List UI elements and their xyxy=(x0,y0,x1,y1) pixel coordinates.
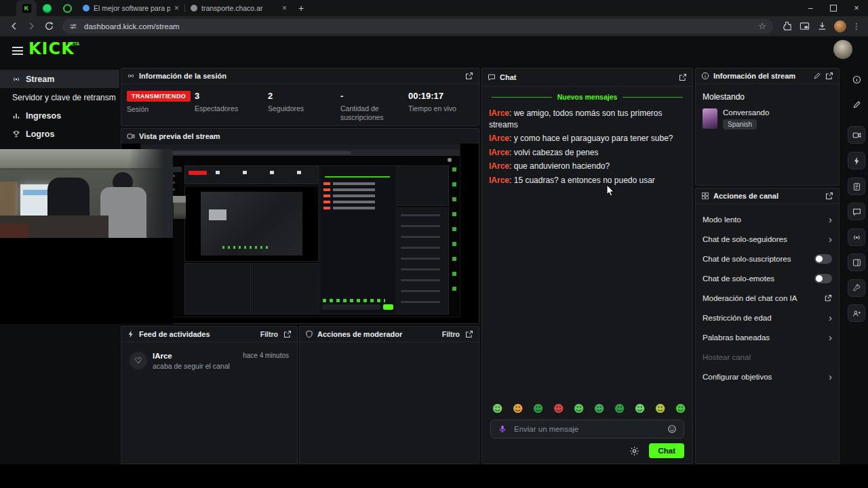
bookmark-star-icon[interactable]: ☆ xyxy=(758,21,766,31)
emote-icon[interactable]: ☻ xyxy=(675,403,686,415)
reload-icon[interactable] xyxy=(41,18,57,35)
mini-info-panel xyxy=(397,165,449,206)
chat-input[interactable] xyxy=(513,424,662,434)
media-controls-icon[interactable] xyxy=(796,18,812,35)
edit-icon[interactable] xyxy=(848,96,865,113)
action-solo-seguidores[interactable]: Chat de solo-seguidores› xyxy=(696,229,839,249)
menu-kebab-icon[interactable]: ⋮ xyxy=(850,22,863,31)
minimize-button[interactable]: – xyxy=(799,0,822,16)
whatsapp-pinned-tab[interactable] xyxy=(57,0,77,16)
profile-avatar[interactable] xyxy=(834,20,846,33)
emote-icon[interactable]: ☻ xyxy=(573,403,585,415)
sidebar-item-logros[interactable]: Logros xyxy=(0,125,119,143)
action-solo-emotes[interactable]: Chat de solo-emotes xyxy=(696,268,839,288)
address-bar[interactable]: ☆ xyxy=(62,19,773,34)
new-tab-button[interactable]: + xyxy=(292,3,310,14)
action-configurar-objetivos[interactable]: Configurar objetivos› xyxy=(696,367,839,386)
info-icon[interactable] xyxy=(848,70,865,88)
popout-icon[interactable] xyxy=(825,72,833,80)
spotify-pinned-tab[interactable] xyxy=(37,0,57,16)
tab-close-icon[interactable]: × xyxy=(174,4,179,12)
browser-tab-1[interactable]: El mejor software para potencia × xyxy=(77,0,184,16)
chat-username[interactable]: lArce xyxy=(489,161,509,171)
preview-video-area[interactable] xyxy=(121,144,479,323)
hamburger-menu-icon[interactable] xyxy=(12,47,23,55)
chat-username[interactable]: lArce xyxy=(489,134,509,143)
chat-username[interactable]: lArce xyxy=(489,108,509,118)
chat-text: y como hace el paraguayo para tener sube… xyxy=(514,134,673,143)
popout-icon[interactable] xyxy=(825,192,833,200)
browser-tabstrip: K El mejor software para potencia × tran… xyxy=(0,0,868,16)
moderator-filter-button[interactable]: Filtro xyxy=(442,330,460,338)
action-palabras-baneadas[interactable]: Palabras baneadas› xyxy=(696,327,839,347)
stat-tiempo: 00:19:17 Tiempo en vivo xyxy=(408,91,456,122)
action-modo-lento[interactable]: Modo lento› xyxy=(696,209,839,229)
beta-badge: BETA xyxy=(68,41,79,46)
mini-emote-row xyxy=(323,299,385,302)
toggle-off[interactable] xyxy=(814,254,832,264)
chat-title: Chat xyxy=(500,73,516,81)
popout-icon[interactable] xyxy=(283,330,292,338)
action-moderacion-ia[interactable]: Moderación del chat con IA xyxy=(696,288,839,308)
category-row[interactable]: Conversando Spanish xyxy=(696,102,839,129)
popout-icon[interactable] xyxy=(465,72,473,80)
popout-icon[interactable] xyxy=(679,73,687,81)
live-badge: TRANSMITIENDO xyxy=(127,91,191,102)
mini-omnibox xyxy=(161,151,351,155)
webcam-pip-overlay[interactable] xyxy=(0,149,173,324)
emote-icon[interactable]: ☻ xyxy=(654,403,666,415)
layout-icon[interactable] xyxy=(848,253,865,271)
sidebar-item-server-key[interactable]: Servidor y clave de retransm xyxy=(0,88,119,106)
emote-icon[interactable]: ☻ xyxy=(492,403,503,415)
activity-log-icon[interactable] xyxy=(848,178,865,195)
emote-icon[interactable]: ☻ xyxy=(512,403,524,415)
emoji-picker-icon[interactable] xyxy=(667,424,677,434)
quick-actions-icon[interactable] xyxy=(848,152,865,169)
tools-icon[interactable] xyxy=(848,279,865,297)
close-button[interactable]: × xyxy=(845,0,868,16)
emote-icon[interactable]: ☻ xyxy=(593,403,605,415)
action-solo-suscriptores[interactable]: Chat de solo-suscriptores xyxy=(696,249,839,268)
chat-icon[interactable] xyxy=(848,203,865,220)
stream-title: Molestando xyxy=(696,84,839,102)
emote-icon[interactable]: ☻ xyxy=(532,403,544,415)
sidebar-item-ingresos[interactable]: Ingresos xyxy=(0,106,119,125)
go-live-icon[interactable] xyxy=(848,228,865,246)
feed-filter-button[interactable]: Filtro xyxy=(260,330,278,338)
url-input[interactable] xyxy=(83,22,753,31)
webcam-side-screen xyxy=(0,182,18,216)
action-label: Configurar objetivos xyxy=(703,373,829,381)
send-chat-button[interactable]: Chat xyxy=(649,443,684,458)
forward-icon[interactable] xyxy=(23,18,39,35)
channel-actions-title: Acciones de canal xyxy=(713,192,778,200)
emote-icon[interactable]: ☻ xyxy=(614,403,625,415)
maximize-button[interactable] xyxy=(822,0,845,16)
action-restriccion-edad[interactable]: Restricción de edad› xyxy=(696,308,839,327)
window-controls: – × xyxy=(799,0,868,16)
sidebar-item-stream[interactable]: Stream xyxy=(0,70,119,88)
chat-username[interactable]: lArce xyxy=(489,148,509,157)
feed-item[interactable]: ♡ lArce acaba de seguir el canal hace 4 … xyxy=(121,342,297,370)
action-hostear-canal: Hostear canal xyxy=(696,347,839,367)
chat-identity-icon[interactable] xyxy=(498,424,507,434)
extensions-puzzle-icon[interactable] xyxy=(778,18,795,35)
community-icon[interactable] xyxy=(848,304,865,322)
edit-icon[interactable] xyxy=(813,72,821,80)
popout-icon[interactable] xyxy=(465,330,473,338)
emote-icon[interactable]: ☻ xyxy=(634,403,646,415)
back-icon[interactable] xyxy=(5,18,22,35)
chat-text: we amigo, todos nomás son tus primeros s… xyxy=(489,108,662,129)
moderator-panel-header: Acciones de moderador Filtro xyxy=(300,327,479,342)
clips-icon[interactable] xyxy=(848,126,865,144)
chat-settings-gear-icon[interactable] xyxy=(629,446,639,456)
chat-username[interactable]: lArce xyxy=(489,176,509,185)
toggle-off[interactable] xyxy=(814,274,832,283)
webcam-warm-light xyxy=(0,224,28,238)
chat-separator: : xyxy=(509,134,514,143)
sidebar-label: Ingresos xyxy=(26,111,61,121)
downloads-icon[interactable] xyxy=(814,18,830,35)
tab-close-icon[interactable]: × xyxy=(282,4,287,12)
emote-icon[interactable]: ☻ xyxy=(553,403,564,415)
kick-pinned-tab[interactable]: K xyxy=(16,0,37,16)
browser-tab-2[interactable]: transporte.chaco.ar × xyxy=(185,0,292,16)
